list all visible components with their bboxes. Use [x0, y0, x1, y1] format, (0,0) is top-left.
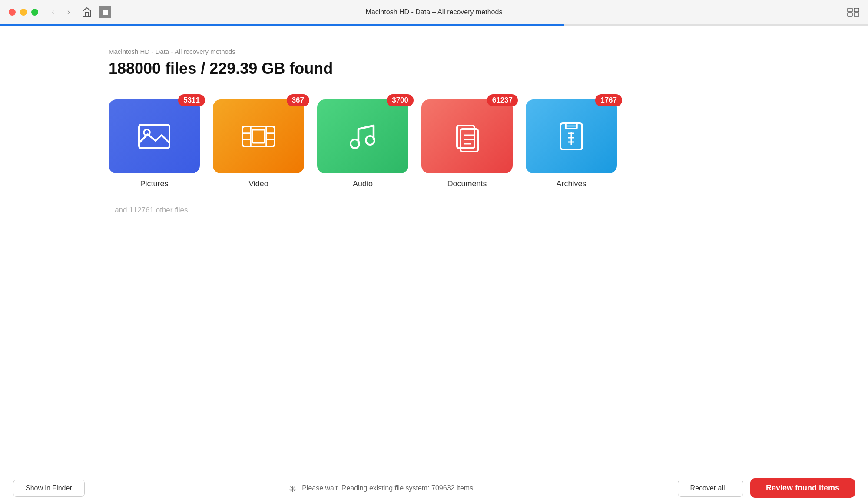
- forward-button[interactable]: ›: [63, 6, 75, 18]
- audio-label: Audio: [353, 179, 373, 189]
- svg-rect-3: [848, 13, 852, 16]
- category-documents[interactable]: 61237 Documents: [421, 99, 513, 189]
- show-in-finder-button[interactable]: Show in Finder: [13, 480, 85, 497]
- archives-badge: 1767: [595, 94, 622, 106]
- documents-label: Documents: [447, 179, 487, 189]
- status-area: ✳ Please wait. Reading existing file sys…: [289, 484, 473, 493]
- found-title: 188000 files / 229.39 GB found: [109, 60, 759, 78]
- window-title: Macintosh HD - Data – All recovery metho…: [366, 8, 503, 16]
- svg-rect-14: [252, 130, 265, 143]
- svg-rect-0: [103, 10, 108, 15]
- home-button[interactable]: [79, 4, 95, 20]
- right-buttons: Recover all... Review found items: [678, 478, 855, 498]
- main-content: Macintosh HD - Data - All recovery metho…: [0, 26, 868, 473]
- status-text: Please wait. Reading existing file syste…: [302, 484, 473, 492]
- svg-rect-5: [139, 125, 169, 148]
- back-button[interactable]: ‹: [47, 6, 59, 18]
- recover-all-button[interactable]: Recover all...: [678, 480, 743, 497]
- documents-icon-wrapper: 61237: [421, 99, 513, 173]
- category-archives[interactable]: 1767 Archives: [526, 99, 617, 189]
- category-pictures[interactable]: 5311 Pictures: [109, 99, 200, 189]
- svg-rect-4: [854, 13, 859, 16]
- stop-button[interactable]: [99, 6, 111, 18]
- breadcrumb: Macintosh HD - Data - All recovery metho…: [109, 48, 759, 55]
- pictures-icon-wrapper: 5311: [109, 99, 200, 173]
- svg-rect-2: [854, 8, 859, 12]
- view-toggle-button[interactable]: [847, 8, 859, 17]
- close-button[interactable]: [9, 9, 16, 16]
- documents-badge: 61237: [487, 94, 518, 106]
- maximize-button[interactable]: [31, 9, 38, 16]
- audio-badge: 3700: [387, 94, 414, 106]
- category-grid: 5311 Pictures 367: [109, 99, 759, 189]
- video-badge: 367: [287, 94, 309, 106]
- category-audio[interactable]: 3700 Audio: [317, 99, 408, 189]
- pictures-label: Pictures: [140, 179, 168, 189]
- pictures-badge: 5311: [178, 94, 205, 106]
- video-icon-wrapper: 367: [213, 99, 304, 173]
- audio-icon-wrapper: 3700: [317, 99, 408, 173]
- nav-buttons: ‹ ›: [47, 6, 75, 18]
- traffic-lights: [9, 9, 38, 16]
- spinner-icon: ✳: [289, 484, 298, 493]
- review-found-items-button[interactable]: Review found items: [750, 478, 855, 498]
- svg-rect-1: [848, 8, 852, 12]
- archives-icon-wrapper: 1767: [526, 99, 617, 173]
- other-files-text: ...and 112761 other files: [109, 206, 759, 215]
- minimize-button[interactable]: [20, 9, 27, 16]
- titlebar: ‹ › Macintosh HD - Data – All recovery m…: [0, 0, 868, 24]
- archives-label: Archives: [556, 179, 586, 189]
- video-label: Video: [248, 179, 268, 189]
- bottom-bar: Show in Finder ✳ Please wait. Reading ex…: [0, 473, 868, 503]
- category-video[interactable]: 367 Video: [213, 99, 304, 189]
